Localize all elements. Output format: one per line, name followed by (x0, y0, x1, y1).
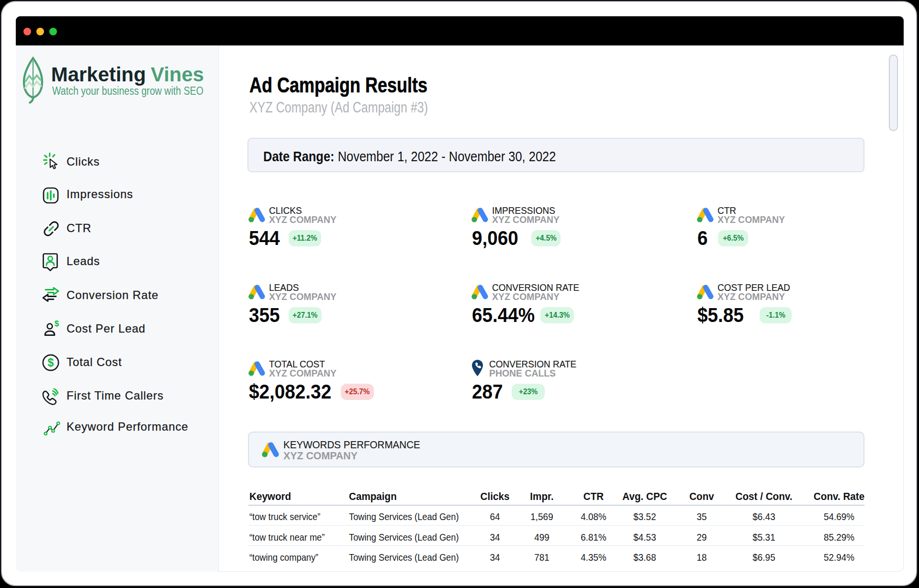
svg-text:Vines: Vines (151, 63, 204, 86)
svg-text:$: $ (48, 356, 54, 369)
svg-text:Watch your business grow with: Watch your business grow with SEO (52, 85, 203, 97)
svg-text:$: $ (54, 320, 59, 328)
svg-text:Marketing: Marketing (51, 63, 146, 86)
